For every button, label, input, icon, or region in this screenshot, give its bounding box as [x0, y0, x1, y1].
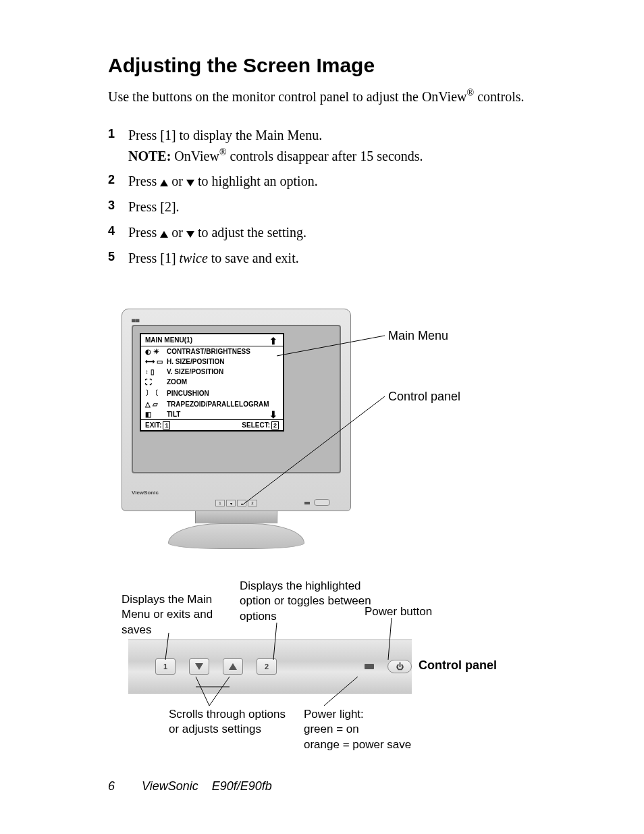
pl-a: Power light: [304, 708, 364, 721]
triangle-up-icon [160, 180, 168, 186]
osd-row: ⟷ ▭H. SIZE/POSITION [141, 357, 283, 367]
trapezoid-icon: △ ▱ [145, 400, 163, 408]
pincushion-icon: 〕〔 [145, 388, 163, 398]
osd-row: 〕〔PINCUSHION [141, 387, 283, 399]
osd-r5: TRAPEZOID/PARALLELOGRAM [167, 400, 269, 408]
crt-btn-down-icon: ▾ [226, 500, 236, 506]
panel-btn-1[interactable]: 1 [155, 658, 176, 675]
crt-btn-2-icon: 2 [248, 500, 257, 506]
s4a: Press [128, 225, 160, 240]
s2b: or [168, 174, 186, 188]
osd-key-2: 2 [271, 421, 279, 429]
callout-power-btn: Power button [365, 604, 432, 619]
triangle-up-icon [229, 663, 237, 670]
panel-label-bold: Control panel [419, 658, 497, 673]
footer-brand-model: ViewSonic E90f/E90fb [142, 779, 272, 793]
intro-a: Use the buttons on the monitor control p… [108, 89, 466, 104]
contrast-icon: ◐ ☀ [145, 348, 163, 355]
crt-brand-label: ViewSonic [132, 490, 159, 496]
osd-r1: H. SIZE/POSITION [167, 358, 225, 365]
steps-list: Press [1] to display the Main Menu. NOTE… [108, 125, 554, 269]
osd-r3: ZOOM [167, 378, 187, 386]
crt-button-row: 1 ▾ ▴ 2 [215, 500, 257, 506]
step-1: Press [1] to display the Main Menu. NOTE… [108, 125, 554, 166]
osd-select: SELECT:2 [242, 421, 279, 429]
callout-power-light: Power light: green = on orange = power s… [304, 707, 439, 752]
osd-arrow-up-icon: ⬆ [269, 336, 277, 346]
crt-power-icon [314, 499, 330, 506]
callout-control-panel: Control panel [388, 390, 460, 404]
callout-scrolls: Scrolls through options or adjusts setti… [169, 707, 290, 737]
osd-r4: PINCUSHION [167, 390, 209, 397]
figure-area: ▄▄ MAIN MENU(1) ⬆ ◐ ☀CONTRAST/BRIGHTNESS… [108, 309, 554, 795]
triangle-up-icon-2 [160, 231, 168, 238]
osd-select-t: SELECT: [242, 421, 270, 429]
panel-btn-down[interactable] [189, 658, 209, 675]
osd-row: ⛶ZOOM [141, 377, 283, 387]
osd-exit: EXIT:1 [145, 421, 170, 429]
osd-exit-t: EXIT: [145, 421, 161, 429]
crt-screen: MAIN MENU(1) ⬆ ◐ ☀CONTRAST/BRIGHTNESS ⟷ … [132, 325, 341, 473]
s5-italic: twice [180, 251, 208, 265]
s3: Press [2]. [128, 199, 180, 214]
osd-menu: MAIN MENU(1) ⬆ ◐ ☀CONTRAST/BRIGHTNESS ⟷ … [140, 333, 284, 432]
osd-title-text: MAIN MENU(1) [145, 336, 192, 344]
crt-neck [195, 511, 277, 523]
osd-footer: ⬇ EXIT:1 SELECT:2 [141, 419, 283, 430]
crt-base [168, 523, 304, 549]
triangle-down-icon [195, 663, 203, 670]
s5a: Press [1] [128, 251, 180, 265]
triangle-down-icon-2 [186, 231, 194, 238]
osd-row: ↕ ▯V. SIZE/POSITION [141, 367, 283, 377]
page-title: Adjusting the Screen Image [108, 54, 554, 77]
osd-r6: TILT [167, 411, 180, 418]
note-label: NOTE: [128, 148, 171, 163]
osd-arrow-down-icon: ⬇ [269, 409, 277, 420]
note-a: OnView [171, 148, 219, 163]
osd-title: MAIN MENU(1) ⬆ [141, 334, 283, 346]
step-3: Press [2]. [108, 197, 554, 217]
zoom-icon: ⛶ [145, 378, 163, 386]
osd-key-1: 1 [163, 421, 170, 429]
callout-main-menu: Main Menu [388, 329, 448, 343]
reg-mark-2: ® [219, 147, 227, 157]
pl-b: green = on [304, 723, 359, 735]
s4b: or [168, 225, 186, 240]
control-panel-strip: 1 2 ⏻ [128, 640, 412, 694]
callout-display-main: Displays the Main Menu or exits and save… [122, 592, 236, 637]
panel-btn-2[interactable]: 2 [257, 658, 277, 675]
tilt-icon: ◧ [145, 411, 163, 418]
reg-mark: ® [466, 88, 474, 98]
intro-b: controls. [474, 89, 524, 104]
crt-btn-up-icon: ▴ [237, 500, 246, 506]
crt-body: ▄▄ MAIN MENU(1) ⬆ ◐ ☀CONTRAST/BRIGHTNESS… [122, 309, 351, 511]
osd-row: ◐ ☀CONTRAST/BRIGHTNESS [141, 346, 283, 357]
osd-row: ◧TILT [141, 409, 283, 419]
s2c: to highlight an option. [194, 174, 318, 188]
panel-btn-up[interactable] [223, 658, 243, 675]
power-led-icon [365, 664, 374, 669]
panel-power-btn[interactable]: ⏻ [387, 660, 412, 673]
osd-r0: CONTRAST/BRIGHTNESS [167, 348, 250, 355]
vsize-icon: ↕ ▯ [145, 368, 163, 375]
crt-btn-1-icon: 1 [215, 500, 225, 506]
step-2: Press or to highlight an option. [108, 171, 554, 191]
osd-r2: V. SIZE/POSITION [167, 368, 223, 375]
s5b: to save and exit. [208, 251, 299, 265]
s4c: to adjust the setting. [194, 225, 306, 240]
page-footer: 6 ViewSonic E90f/E90fb [108, 779, 272, 793]
crt-logo-icon: ▄▄ [132, 316, 341, 322]
crt-led-icon [304, 502, 310, 504]
footer-model: E90f/E90fb [212, 779, 272, 793]
triangle-down-icon [186, 180, 194, 186]
note-b: controls disappear after 15 seconds. [227, 148, 423, 163]
footer-brand: ViewSonic [142, 779, 198, 793]
intro-text: Use the buttons on the monitor control p… [108, 88, 554, 105]
s2a: Press [128, 174, 160, 188]
crt-monitor: ▄▄ MAIN MENU(1) ⬆ ◐ ☀CONTRAST/BRIGHTNESS… [122, 309, 351, 549]
osd-row: △ ▱TRAPEZOID/PARALLELOGRAM [141, 399, 283, 409]
step-5: Press [1] twice to save and exit. [108, 248, 554, 268]
pl-c: orange = power save [304, 738, 411, 751]
step-4: Press or to adjust the setting. [108, 222, 554, 242]
hsize-icon: ⟷ ▭ [145, 358, 163, 365]
